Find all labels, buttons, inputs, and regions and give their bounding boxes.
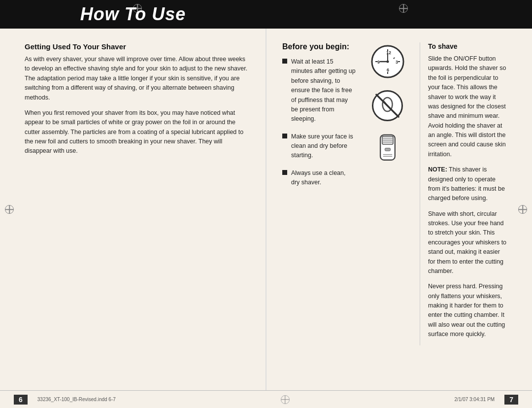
footer-center-reg — [281, 395, 290, 404]
footer-right: 2/1/07 3:04:31 PM 7 — [454, 395, 518, 405]
note-text: NOTE: This shaver is designed only to op… — [428, 165, 507, 204]
before-begin-col: Before you begin: Wait at least 15 minut… — [282, 42, 356, 345]
svg-text:12: 12 — [386, 50, 391, 55]
footer: 6 33236_XT-100_IB-Revised.indd 6-7 2/1/0… — [0, 390, 532, 408]
to-shave-heading: To shave — [428, 42, 507, 50]
page-number-right: 7 — [504, 395, 518, 405]
no-wet-shave-icon — [371, 90, 403, 122]
right-two-col: Before you begin: Wait at least 15 minut… — [282, 42, 507, 345]
left-page: Getting Used To Your Shaver As with ever… — [0, 29, 266, 390]
section1-heading: Getting Used To Your Shaver — [25, 42, 250, 51]
bullet-item-1: Wait at least 15 minutes after getting u… — [282, 57, 356, 124]
to-shave-col: To shave Slide the ON/OFF button upwards… — [420, 42, 507, 345]
content-wrapper: Getting Used To Your Shaver As with ever… — [0, 29, 532, 390]
svg-text:6: 6 — [387, 68, 389, 72]
bullet-icon-1 — [282, 59, 287, 64]
footer-left: 6 33236_XT-100_IB-Revised.indd 6-7 — [14, 395, 116, 405]
page-title: How To Use — [80, 4, 186, 25]
svg-text:9: 9 — [377, 60, 380, 65]
bullet-text-3: Always use a clean, dry shaver. — [291, 169, 356, 188]
bullet-icon-3 — [282, 170, 287, 175]
shaver-device-icon — [374, 133, 401, 165]
header-bar: How To Use — [0, 0, 532, 29]
before-begin-heading: Before you begin: — [282, 42, 356, 51]
section-getting-used: Getting Used To Your Shaver As with ever… — [25, 42, 250, 156]
page-container: How To Use Getting Used To Your Shaver A… — [0, 0, 532, 408]
footer-date: 2/1/07 3:04:31 PM — [454, 397, 495, 402]
bullet-item-3: Always use a clean, dry shaver. — [282, 169, 356, 188]
bullet-icon-2 — [282, 134, 287, 138]
section1-para1: As with every shaver, your shave will im… — [25, 55, 250, 102]
section-to-shave: To shave Slide the ON/OFF button upwards… — [428, 42, 507, 340]
note-label: NOTE: — [428, 166, 447, 173]
icons-col: 12 3 6 9 — [369, 42, 406, 345]
bullet-item-2: Make sure your face is clean and dry bef… — [282, 132, 356, 161]
reg-mark-top-right — [399, 4, 408, 13]
page-number-left: 6 — [14, 395, 28, 405]
svg-rect-20 — [385, 148, 391, 151]
svg-point-11 — [386, 61, 389, 63]
to-shave-para2: Shave with short, circular strokes. Use … — [428, 209, 507, 276]
section1-para2: When you first removed your shaver from … — [25, 108, 250, 156]
right-page: Before you begin: Wait at least 15 minut… — [266, 29, 532, 390]
reg-mark-footer — [281, 395, 290, 404]
to-shave-para1: Slide the ON/OFF button upwards. Hold th… — [428, 54, 507, 159]
footer-filename: 33236_XT-100_IB-Revised.indd 6-7 — [37, 397, 116, 402]
bullet-text-2: Make sure your face is clean and dry bef… — [291, 132, 356, 161]
svg-text:3: 3 — [396, 60, 398, 65]
reg-mark-left — [5, 205, 14, 214]
clock-icon: 12 3 6 9 — [370, 44, 405, 79]
section-before-begin: Before you begin: Wait at least 15 minut… — [282, 42, 356, 188]
to-shave-para3: Never press hard. Pressing only flattens… — [428, 282, 507, 339]
reg-mark-right — [518, 205, 527, 214]
bullet-text-1: Wait at least 15 minutes after getting u… — [291, 57, 356, 124]
